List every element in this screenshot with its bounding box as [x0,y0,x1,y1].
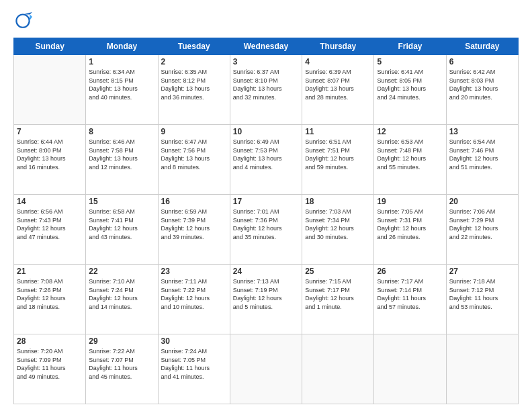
calendar-cell: 4Sunrise: 6:39 AMSunset: 8:07 PMDaylight… [302,55,374,125]
day-info: Sunrise: 7:05 AMSunset: 7:31 PMDaylight:… [377,208,443,241]
day-info: Sunrise: 6:46 AMSunset: 7:58 PMDaylight:… [89,138,154,171]
day-header-thursday: Thursday [302,38,374,55]
day-number: 22 [89,267,154,276]
day-header-friday: Friday [374,38,446,55]
calendar-cell: 14Sunrise: 6:56 AMSunset: 7:43 PMDayligh… [14,195,86,265]
calendar-week-row: 28Sunrise: 7:20 AMSunset: 7:09 PMDayligh… [14,334,519,404]
day-info: Sunrise: 7:17 AMSunset: 7:14 PMDaylight:… [377,277,443,311]
calendar-week-row: 14Sunrise: 6:56 AMSunset: 7:43 PMDayligh… [14,195,519,265]
calendar-cell: 11Sunrise: 6:51 AMSunset: 7:51 PMDayligh… [302,125,374,195]
day-info: Sunrise: 7:20 AMSunset: 7:09 PMDaylight:… [17,347,83,381]
day-number: 6 [449,57,515,66]
day-number: 29 [89,336,154,346]
day-info: Sunrise: 7:15 AMSunset: 7:17 PMDaylight:… [305,277,371,311]
day-info: Sunrise: 6:51 AMSunset: 7:51 PMDaylight:… [305,138,371,171]
day-header-tuesday: Tuesday [158,38,230,55]
day-number: 20 [449,197,515,206]
calendar-cell: 15Sunrise: 6:58 AMSunset: 7:41 PMDayligh… [86,195,158,265]
day-info: Sunrise: 6:58 AMSunset: 7:41 PMDaylight:… [89,208,154,241]
day-number: 16 [161,197,227,206]
day-info: Sunrise: 7:11 AMSunset: 7:22 PMDaylight:… [161,277,227,311]
calendar-cell: 20Sunrise: 7:06 AMSunset: 7:29 PMDayligh… [446,195,518,265]
day-info: Sunrise: 7:01 AMSunset: 7:36 PMDaylight:… [233,208,299,241]
day-number: 10 [233,127,299,136]
page-header [13,12,519,31]
calendar-header-row: SundayMondayTuesdayWednesdayThursdayFrid… [14,38,519,55]
calendar-cell: 6Sunrise: 6:42 AMSunset: 8:03 PMDaylight… [446,55,518,125]
day-number: 3 [233,57,299,66]
calendar-cell: 1Sunrise: 6:34 AMSunset: 8:15 PMDaylight… [86,55,158,125]
day-info: Sunrise: 6:35 AMSunset: 8:12 PMDaylight:… [161,68,227,101]
day-info: Sunrise: 7:08 AMSunset: 7:26 PMDaylight:… [17,277,83,311]
day-info: Sunrise: 6:49 AMSunset: 7:53 PMDaylight:… [233,138,299,171]
calendar-cell: 21Sunrise: 7:08 AMSunset: 7:26 PMDayligh… [14,265,86,334]
day-header-saturday: Saturday [446,38,518,55]
calendar-cell: 17Sunrise: 7:01 AMSunset: 7:36 PMDayligh… [230,195,302,265]
day-number: 23 [161,267,227,276]
day-header-wednesday: Wednesday [230,38,302,55]
day-number: 11 [305,127,371,136]
calendar-cell: 18Sunrise: 7:03 AMSunset: 7:34 PMDayligh… [302,195,374,265]
calendar-cell: 16Sunrise: 6:59 AMSunset: 7:39 PMDayligh… [158,195,230,265]
day-info: Sunrise: 6:42 AMSunset: 8:03 PMDaylight:… [449,68,515,101]
day-info: Sunrise: 7:10 AMSunset: 7:24 PMDaylight:… [89,277,154,311]
day-number: 25 [305,267,371,276]
day-info: Sunrise: 6:59 AMSunset: 7:39 PMDaylight:… [161,208,227,241]
calendar-week-row: 7Sunrise: 6:44 AMSunset: 8:00 PMDaylight… [14,125,519,195]
calendar-cell [14,55,86,125]
calendar-cell [230,334,302,404]
calendar-week-row: 1Sunrise: 6:34 AMSunset: 8:15 PMDaylight… [14,55,519,125]
calendar-cell: 5Sunrise: 6:41 AMSunset: 8:05 PMDaylight… [374,55,446,125]
day-number: 9 [161,127,227,136]
day-info: Sunrise: 6:53 AMSunset: 7:48 PMDaylight:… [377,138,443,171]
calendar-cell: 10Sunrise: 6:49 AMSunset: 7:53 PMDayligh… [230,125,302,195]
day-number: 8 [89,127,154,136]
calendar-cell: 25Sunrise: 7:15 AMSunset: 7:17 PMDayligh… [302,265,374,334]
day-number: 24 [233,267,299,276]
day-number: 27 [449,267,515,276]
calendar-cell: 8Sunrise: 6:46 AMSunset: 7:58 PMDaylight… [86,125,158,195]
day-info: Sunrise: 6:39 AMSunset: 8:07 PMDaylight:… [305,68,371,101]
day-number: 18 [305,197,371,206]
logo [13,12,35,31]
day-number: 7 [17,127,83,136]
day-number: 5 [377,57,443,66]
calendar-cell: 29Sunrise: 7:22 AMSunset: 7:07 PMDayligh… [86,334,158,404]
day-info: Sunrise: 7:18 AMSunset: 7:12 PMDaylight:… [449,277,515,311]
day-number: 4 [305,57,371,66]
day-info: Sunrise: 7:03 AMSunset: 7:34 PMDaylight:… [305,208,371,241]
day-header-monday: Monday [86,38,158,55]
day-info: Sunrise: 6:37 AMSunset: 8:10 PMDaylight:… [233,68,299,101]
calendar-cell: 30Sunrise: 7:24 AMSunset: 7:05 PMDayligh… [158,334,230,404]
logo-icon [13,12,32,31]
day-info: Sunrise: 6:41 AMSunset: 8:05 PMDaylight:… [377,68,443,101]
day-number: 28 [17,336,83,346]
calendar-cell [302,334,374,404]
day-number: 30 [161,336,227,346]
calendar-cell: 27Sunrise: 7:18 AMSunset: 7:12 PMDayligh… [446,265,518,334]
calendar-cell: 28Sunrise: 7:20 AMSunset: 7:09 PMDayligh… [14,334,86,404]
day-number: 19 [377,197,443,206]
day-info: Sunrise: 6:54 AMSunset: 7:46 PMDaylight:… [449,138,515,171]
calendar-cell: 12Sunrise: 6:53 AMSunset: 7:48 PMDayligh… [374,125,446,195]
calendar-cell: 7Sunrise: 6:44 AMSunset: 8:00 PMDaylight… [14,125,86,195]
calendar-table: SundayMondayTuesdayWednesdayThursdayFrid… [13,38,519,404]
day-header-sunday: Sunday [14,38,86,55]
calendar-cell: 9Sunrise: 6:47 AMSunset: 7:56 PMDaylight… [158,125,230,195]
calendar-cell: 23Sunrise: 7:11 AMSunset: 7:22 PMDayligh… [158,265,230,334]
calendar-cell: 2Sunrise: 6:35 AMSunset: 8:12 PMDaylight… [158,55,230,125]
day-number: 12 [377,127,443,136]
day-number: 13 [449,127,515,136]
day-info: Sunrise: 7:24 AMSunset: 7:05 PMDaylight:… [161,347,227,381]
calendar-week-row: 21Sunrise: 7:08 AMSunset: 7:26 PMDayligh… [14,265,519,334]
calendar-cell: 24Sunrise: 7:13 AMSunset: 7:19 PMDayligh… [230,265,302,334]
day-info: Sunrise: 7:13 AMSunset: 7:19 PMDaylight:… [233,277,299,311]
calendar-cell: 3Sunrise: 6:37 AMSunset: 8:10 PMDaylight… [230,55,302,125]
day-number: 17 [233,197,299,206]
calendar-cell [446,334,518,404]
day-info: Sunrise: 6:34 AMSunset: 8:15 PMDaylight:… [89,68,154,101]
day-number: 14 [17,197,83,206]
calendar-cell: 13Sunrise: 6:54 AMSunset: 7:46 PMDayligh… [446,125,518,195]
calendar-cell: 22Sunrise: 7:10 AMSunset: 7:24 PMDayligh… [86,265,158,334]
day-number: 2 [161,57,227,66]
